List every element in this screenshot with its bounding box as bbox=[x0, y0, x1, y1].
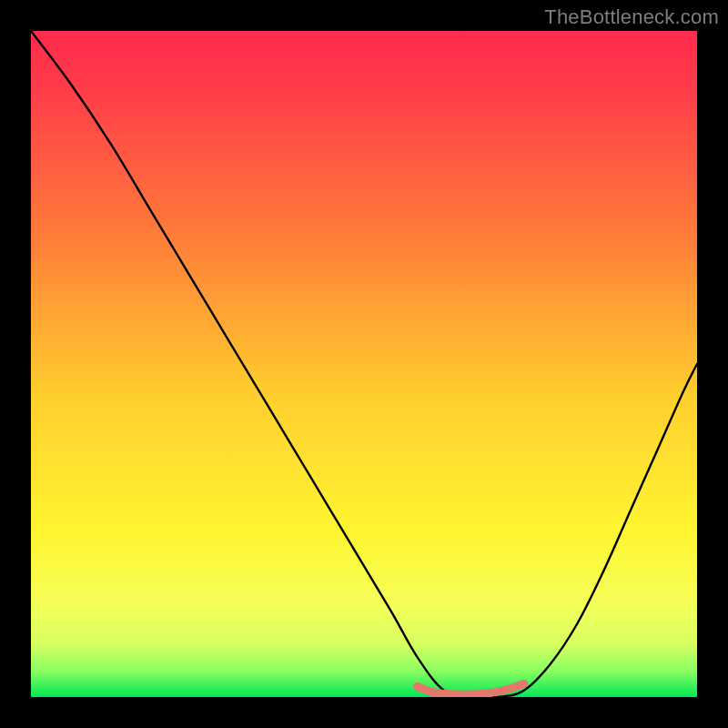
plot-area bbox=[31, 31, 697, 697]
watermark-text: TheBottleneck.com bbox=[544, 5, 719, 29]
chart-svg bbox=[31, 31, 697, 697]
chart-frame: TheBottleneck.com bbox=[0, 0, 728, 728]
gradient-background bbox=[31, 31, 697, 697]
